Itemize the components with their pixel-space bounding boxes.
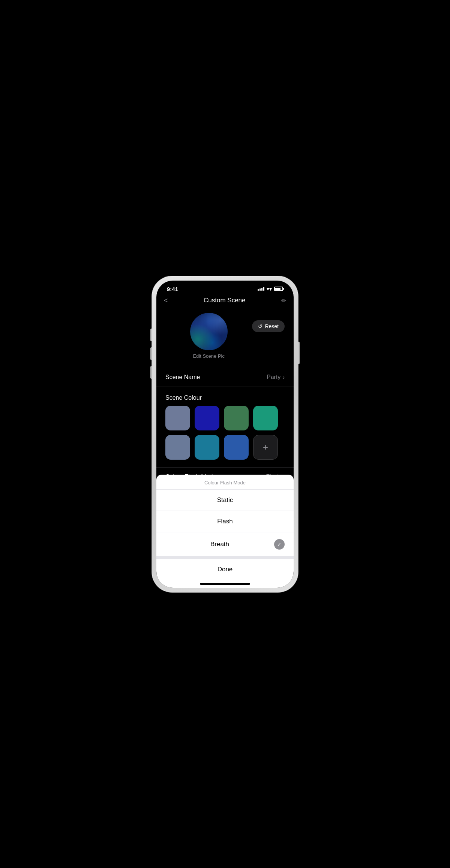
wifi-icon: ▾▾: [267, 286, 272, 292]
battery-fill: [275, 288, 280, 290]
status-icons: ▾▾: [258, 286, 283, 292]
sheet-title: Colour Flash Mode: [156, 475, 294, 490]
colour-swatch-0[interactable]: [165, 406, 190, 430]
sheet-option-breath-label: Breath: [165, 541, 274, 548]
phone-frame: 9:41 ▾▾ < Custom Scene ✏: [152, 276, 298, 592]
colour-grid: +: [156, 406, 294, 467]
reset-label: Reset: [265, 323, 279, 329]
signal-bars-icon: [258, 287, 264, 291]
sheet-option-breath[interactable]: Breath ✓: [156, 532, 294, 557]
phone-screen: 9:41 ▾▾ < Custom Scene ✏: [156, 281, 294, 588]
scene-image[interactable]: [190, 313, 228, 350]
page-title: Custom Scene: [204, 297, 246, 304]
scene-header: Edit Scene Pic ↺ Reset: [156, 309, 294, 359]
sheet-option-flash[interactable]: Flash: [156, 511, 294, 532]
sheet-option-static[interactable]: Static: [156, 490, 294, 511]
scene-colour-header: Scene Colour: [156, 387, 294, 406]
colour-swatch-3[interactable]: [253, 406, 278, 430]
colour-swatch-1[interactable]: [195, 406, 219, 430]
scene-image-container: Edit Scene Pic: [165, 313, 252, 359]
reset-icon: ↺: [258, 323, 262, 329]
scene-name-chevron-icon: ›: [283, 374, 285, 380]
colour-swatch-2[interactable]: [224, 406, 249, 430]
scene-name-label: Scene Name: [165, 374, 200, 381]
nav-bar: < Custom Scene ✏: [156, 294, 294, 309]
done-button[interactable]: Done: [156, 559, 294, 580]
battery-icon: [274, 287, 283, 291]
reset-button[interactable]: ↺ Reset: [252, 320, 285, 332]
edit-scene-pic-label[interactable]: Edit Scene Pic: [193, 353, 225, 359]
sheet-option-flash-label: Flash: [165, 518, 285, 525]
notch: [197, 281, 253, 291]
colour-swatch-4[interactable]: [165, 435, 190, 460]
back-button[interactable]: <: [164, 297, 168, 305]
signal-bar-4: [263, 287, 264, 291]
scene-name-value: Party: [267, 374, 280, 381]
scene-name-value-group: Party ›: [267, 374, 285, 381]
signal-bar-2: [260, 288, 261, 291]
home-indicator: [200, 583, 250, 585]
signal-bar-3: [261, 288, 262, 291]
scene-name-row[interactable]: Scene Name Party ›: [156, 368, 294, 387]
colour-swatch-6[interactable]: [224, 435, 249, 460]
status-time: 9:41: [167, 286, 178, 292]
bottom-sheet: Colour Flash Mode Static Flash Breath ✓ …: [156, 475, 294, 588]
colour-swatch-5[interactable]: [195, 435, 219, 460]
sheet-option-static-label: Static: [165, 496, 285, 504]
check-icon: ✓: [274, 539, 285, 550]
signal-bar-1: [258, 289, 259, 291]
edit-icon[interactable]: ✏: [281, 297, 286, 304]
add-colour-button[interactable]: +: [253, 435, 278, 460]
